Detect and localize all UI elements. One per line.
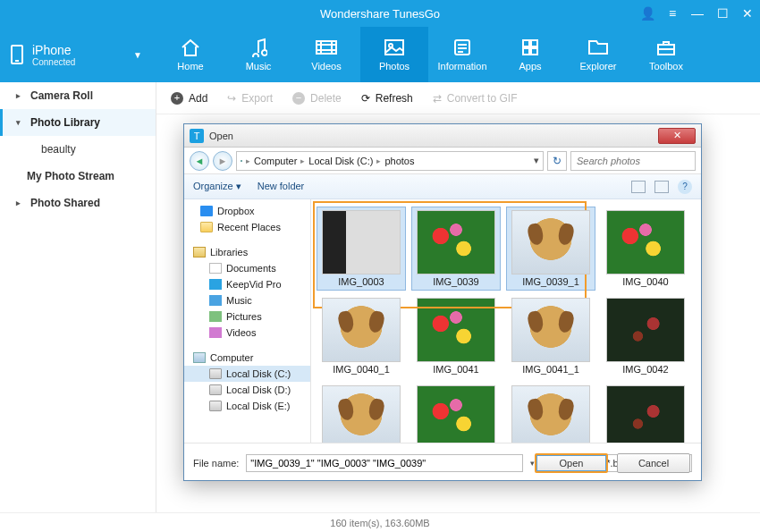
tree-music[interactable]: Music [184, 292, 310, 308]
status-text: 160 item(s), 163.60MB [330, 518, 429, 528]
tree-label: Videos [226, 327, 256, 338]
tree-drive-d[interactable]: Local Disk (D:) [184, 382, 310, 398]
tree-dropbox[interactable]: Dropbox [184, 203, 310, 219]
tree-pictures[interactable]: Pictures [184, 308, 310, 325]
svg-rect-1 [385, 40, 403, 55]
tree-drive-e[interactable]: Local Disk (E:) [184, 398, 310, 414]
chevron-down-icon: ▼ [133, 50, 142, 60]
nav-refresh-button[interactable]: ↻ [547, 151, 567, 171]
file-item[interactable]: IMG_0039_1 [506, 207, 595, 291]
nav-videos[interactable]: Videos [292, 27, 360, 82]
help-button[interactable]: ? [678, 180, 692, 194]
tree-label: Music [226, 295, 252, 306]
user-icon[interactable]: 👤 [640, 6, 654, 21]
filename-input[interactable] [246, 454, 523, 472]
file-item[interactable]: IMG_0041_1 [506, 294, 595, 378]
file-item[interactable]: IMG_0003 [317, 207, 406, 291]
file-name: IMG_0042 [622, 364, 668, 375]
sidebar-camera-roll[interactable]: ▸Camera Roll [0, 82, 156, 109]
app-mini-icon: T [190, 129, 204, 143]
convert-gif-button[interactable]: ⇄Convert to GIF [433, 92, 518, 105]
new-folder-button[interactable]: New folder [258, 181, 305, 192]
sidebar-my-photo-stream[interactable]: My Photo Stream [0, 163, 156, 190]
tree-label: Recent Places [217, 222, 281, 232]
file-item[interactable]: IMG_0040_1 [317, 294, 406, 378]
device-selector[interactable]: iPhone Connected ▼ [0, 27, 156, 82]
breadcrumb-seg[interactable]: Computer [254, 156, 297, 166]
sidebar-label: My Photo Stream [27, 170, 114, 182]
minimize-button[interactable]: — [690, 6, 705, 21]
file-item[interactable] [411, 382, 501, 443]
nav-music[interactable]: Music [224, 27, 292, 82]
sidebar-photo-library[interactable]: ▾Photo Library [0, 109, 156, 136]
file-item[interactable] [506, 382, 595, 443]
file-name: IMG_0039_1 [522, 276, 579, 287]
file-item[interactable]: IMG_0042 [601, 294, 690, 378]
open-button[interactable]: Open [535, 453, 608, 473]
toolbar-label: Refresh [376, 92, 413, 105]
tree-keepvid[interactable]: KeepVid Pro [184, 276, 310, 292]
gif-icon: ⇄ [433, 92, 442, 105]
tree-label: Local Disk (D:) [226, 384, 291, 395]
tree-label: Documents [226, 263, 276, 274]
sidebar: ▸Camera Roll ▾Photo Library beaulty My P… [0, 82, 156, 512]
tree-drive-c[interactable]: Local Disk (C:) [184, 366, 310, 382]
refresh-button[interactable]: ⟳Refresh [361, 92, 413, 105]
breadcrumb[interactable]: ▸ Computer ▸ Local Disk (C:) ▸ photos ▾ [236, 151, 544, 171]
drive-icon [209, 368, 222, 379]
tree-libraries[interactable]: Libraries [184, 244, 310, 260]
nav-explorer-label: Explorer [580, 61, 617, 72]
sidebar-beaulty[interactable]: beaulty [0, 136, 156, 163]
nav-information[interactable]: Information [428, 27, 496, 82]
tree-videos[interactable]: Videos [184, 325, 310, 341]
nav-home[interactable]: Home [156, 27, 224, 82]
dialog-toolbar: Organize ▾ New folder ? [184, 174, 701, 199]
nav-photos[interactable]: Photos [360, 27, 428, 82]
libraries-icon [193, 247, 206, 258]
nav-toolbox[interactable]: Toolbox [632, 27, 700, 82]
breadcrumb-seg[interactable]: photos [384, 156, 414, 166]
nav-music-label: Music [246, 61, 272, 72]
pictures-icon [209, 311, 222, 322]
export-button[interactable]: ↪Export [227, 92, 273, 105]
breadcrumb-seg[interactable]: Local Disk (C:) [308, 156, 373, 166]
organize-button[interactable]: Organize ▾ [193, 181, 241, 192]
back-button[interactable]: ◄ [190, 151, 209, 171]
preview-pane-button[interactable] [654, 181, 669, 193]
toolbox-icon [654, 38, 678, 57]
tree-label: Libraries [210, 247, 248, 258]
file-item[interactable]: IMG_0041 [411, 294, 501, 378]
delete-button[interactable]: −Delete [292, 92, 342, 105]
tree-documents[interactable]: Documents [184, 260, 310, 276]
thumbnail [322, 385, 401, 443]
menu-icon[interactable]: ≡ [665, 6, 680, 21]
file-item[interactable]: IMG_0040 [601, 207, 690, 291]
svg-rect-4 [523, 40, 529, 46]
forward-button[interactable]: ► [213, 151, 232, 171]
maximize-button[interactable]: ☐ [715, 6, 730, 21]
tree-label: Pictures [226, 311, 262, 322]
file-item[interactable] [601, 382, 690, 443]
cancel-button[interactable]: Cancel [617, 453, 690, 473]
close-button[interactable]: ✕ [740, 6, 755, 21]
info-icon [451, 38, 474, 57]
tree-computer[interactable]: Computer [184, 350, 310, 366]
view-mode-button[interactable] [631, 181, 646, 193]
dialog-close-button[interactable]: ✕ [658, 128, 696, 144]
nav-apps[interactable]: Apps [496, 27, 564, 82]
toolbar-label: Delete [310, 92, 342, 105]
sidebar-photo-shared[interactable]: ▸Photo Shared [0, 190, 156, 216]
file-item[interactable] [317, 382, 406, 443]
tree-recent-places[interactable]: Recent Places [184, 219, 310, 235]
file-list[interactable]: IMG_0003IMG_0039IMG_0039_1IMG_0040 IMG_0… [311, 199, 701, 443]
open-dialog: T Open ✕ ◄ ► ▸ Computer ▸ Local Disk (C:… [183, 123, 702, 481]
tree-label: Dropbox [217, 206, 255, 216]
refresh-icon: ⟳ [361, 92, 370, 105]
home-icon [179, 38, 202, 57]
search-input[interactable] [570, 151, 696, 171]
computer-icon [241, 160, 242, 162]
add-button[interactable]: +Add [171, 92, 207, 105]
file-item[interactable]: IMG_0039 [411, 207, 501, 291]
nav-explorer[interactable]: Explorer [564, 27, 632, 82]
sidebar-label: Photo Library [30, 116, 100, 129]
